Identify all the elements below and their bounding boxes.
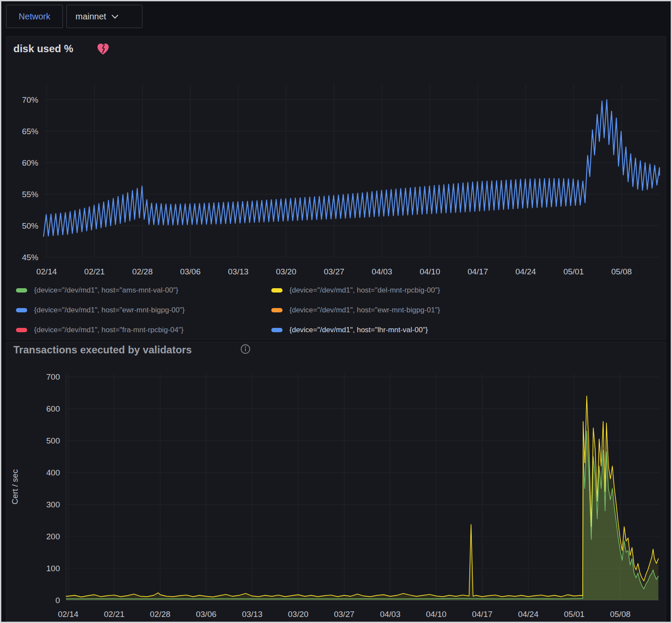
variable-label-text: Network: [19, 12, 50, 22]
variable-network-label[interactable]: Network: [6, 5, 63, 28]
svg-text:03/20: 03/20: [276, 267, 297, 276]
panel-title: Transactions executed by validators: [13, 344, 192, 356]
info-icon[interactable]: [240, 343, 251, 356]
svg-text:03/20: 03/20: [288, 610, 309, 619]
svg-text:300: 300: [46, 500, 60, 509]
svg-text:04/03: 04/03: [380, 610, 401, 619]
svg-text:Cert / sec: Cert / sec: [10, 469, 19, 504]
svg-text:200: 200: [46, 532, 60, 541]
legend-series-color-icon: [16, 288, 27, 293]
svg-text:400: 400: [46, 468, 60, 477]
svg-text:05/08: 05/08: [610, 610, 631, 619]
legend-item[interactable]: {device="/dev/md1", host="ewr-mnt-bigpg-…: [16, 305, 271, 315]
legend-item[interactable]: {device="/dev/md1", host="del-mnt-rpcbig…: [271, 285, 440, 296]
svg-text:03/27: 03/27: [334, 610, 355, 619]
svg-text:04/10: 04/10: [420, 267, 440, 276]
chart-legend: {device="/dev/md1", host="ams-mnt-val-00…: [16, 285, 440, 335]
svg-text:60%: 60%: [22, 158, 38, 167]
legend-series-color-icon: [271, 308, 283, 312]
svg-text:03/06: 03/06: [180, 267, 201, 276]
svg-text:04/17: 04/17: [468, 267, 488, 276]
svg-text:02/14: 02/14: [58, 610, 79, 619]
legend-item[interactable]: {device="/dev/md1", host="fra-mnt-rpcbig…: [16, 325, 271, 335]
legend-series-label: {device="/dev/md1", host="lhr-mnt-val-00…: [289, 326, 428, 334]
svg-text:65%: 65%: [22, 127, 38, 136]
svg-text:02/28: 02/28: [150, 610, 171, 619]
svg-text:45%: 45%: [22, 253, 38, 262]
svg-text:03/27: 03/27: [324, 267, 345, 276]
svg-text:04/17: 04/17: [472, 610, 493, 619]
variable-value-text: mainnet: [75, 12, 106, 22]
variable-network-dropdown[interactable]: mainnet: [66, 5, 142, 28]
svg-text:03/13: 03/13: [242, 610, 263, 619]
svg-text:03/13: 03/13: [228, 267, 249, 276]
legend-series-label: {device="/dev/md1", host="fra-mnt-rpcbig…: [34, 326, 183, 334]
chevron-down-icon: [112, 12, 119, 19]
svg-text:600: 600: [46, 404, 60, 413]
svg-text:02/21: 02/21: [104, 610, 125, 619]
svg-text:05/01: 05/01: [564, 610, 585, 619]
svg-text:04/03: 04/03: [372, 267, 393, 276]
svg-text:04/24: 04/24: [515, 267, 536, 276]
svg-text:70%: 70%: [22, 95, 38, 104]
svg-text:50%: 50%: [22, 221, 38, 230]
legend-item[interactable]: {device="/dev/md1", host="ams-mnt-val-00…: [16, 285, 271, 296]
svg-text:02/14: 02/14: [36, 267, 57, 276]
legend-series-label: {device="/dev/md1", host="del-mnt-rpcbig…: [289, 286, 440, 295]
svg-text:0: 0: [55, 596, 60, 605]
legend-series-label: {device="/dev/md1", host="ams-mnt-val-00…: [34, 286, 178, 295]
svg-text:05/08: 05/08: [611, 267, 632, 276]
legend-series-color-icon: [271, 328, 283, 332]
panel-disk-used: 45%50%55%60%65%70%02/1402/2102/2803/0603…: [6, 36, 666, 340]
panel-title: disk used %: [13, 43, 73, 55]
svg-text:55%: 55%: [22, 190, 38, 199]
svg-text:500: 500: [46, 436, 60, 445]
svg-text:700: 700: [46, 372, 60, 381]
transactions-chart[interactable]: 010020030040050060070002/1402/2102/2803/…: [6, 342, 666, 622]
svg-text:02/21: 02/21: [84, 267, 105, 276]
legend-series-label: {device="/dev/md1", host="ewr-mnt-bigpg-…: [34, 306, 185, 315]
broken-heart-icon: [96, 42, 110, 58]
legend-item[interactable]: {device="/dev/md1", host="ewr-mnt-bigpg-…: [271, 305, 440, 315]
legend-series-label: {device="/dev/md1", host="ewr-mnt-bigpg-…: [289, 306, 440, 315]
legend-series-color-icon: [16, 328, 27, 332]
svg-text:02/28: 02/28: [132, 267, 153, 276]
legend-item[interactable]: {device="/dev/md1", host="lhr-mnt-val-00…: [271, 325, 440, 335]
svg-text:04/24: 04/24: [518, 610, 539, 619]
legend-series-color-icon: [16, 308, 27, 312]
grafana-dashboard: Network mainnet 45%50%55%60%65%70%02/140…: [0, 0, 672, 623]
svg-text:04/10: 04/10: [426, 610, 447, 619]
svg-text:03/06: 03/06: [196, 610, 217, 619]
legend-series-color-icon: [271, 288, 283, 293]
panel-transactions: 010020030040050060070002/1402/2102/2803/…: [6, 342, 666, 622]
svg-text:05/01: 05/01: [563, 267, 584, 276]
svg-text:100: 100: [46, 564, 60, 573]
